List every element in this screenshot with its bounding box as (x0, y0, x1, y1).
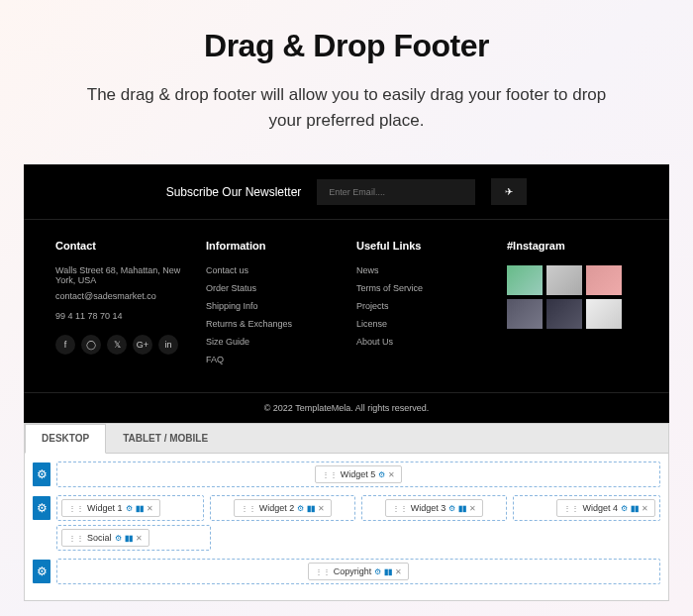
information-list: Contact us Order Status Shipping Info Re… (206, 265, 337, 364)
close-icon[interactable]: ✕ (136, 534, 143, 543)
googleplus-icon[interactable]: G+ (133, 335, 152, 355)
builder-tabs: DESKTOP TABLET / MOBILE (25, 424, 668, 454)
widget-label: Widget 3 (411, 503, 446, 513)
drop-slot[interactable]: ⋮⋮ Widget 5 ⚙ ✕ (56, 462, 660, 487)
info-link[interactable]: Contact us (206, 265, 337, 275)
gear-icon: ⚙ (37, 501, 48, 515)
instagram-heading: #Instagram (507, 240, 638, 252)
builder-row: ⚙ ⋮⋮ Widget 5 ⚙ ✕ (33, 462, 660, 487)
column-icon[interactable]: ▮▮ (458, 504, 466, 513)
newsletter-email-input[interactable] (317, 179, 475, 205)
instagram-thumb[interactable] (586, 299, 622, 329)
row-settings-handle[interactable]: ⚙ (33, 462, 50, 486)
column-icon[interactable]: ▮▮ (136, 504, 144, 513)
useful-link[interactable]: Terms of Service (356, 283, 487, 293)
widget-label: Social (87, 533, 112, 543)
widget-chip[interactable]: ⋮⋮ Widget 3 ⚙ ▮▮ ✕ (385, 499, 484, 517)
widget-label: Widget 5 (341, 469, 376, 479)
page-title: Drag & Drop Footer (0, 28, 693, 64)
page-subtitle: The drag & drop footer will allow you to… (69, 82, 624, 133)
instagram-thumb[interactable] (507, 299, 543, 329)
drag-handle-icon: ⋮⋮ (322, 470, 338, 479)
close-icon[interactable]: ✕ (318, 504, 325, 513)
facebook-icon[interactable]: f (55, 335, 75, 355)
info-link[interactable]: Shipping Info (206, 301, 337, 311)
builder-row: ⚙ ⋮⋮ Widget 1 ⚙ ▮▮ ✕ ⋮⋮ (33, 495, 660, 521)
footer-col-contact: Contact Walls Street 68, Mahattan, New Y… (55, 240, 186, 372)
widget-label: Widget 4 (582, 503, 618, 513)
widget-label: Copyright (334, 566, 372, 576)
newsletter-label: Subscribe Our Newsletter (166, 185, 302, 199)
drop-slot[interactable]: ⋮⋮ Copyright ⚙ ▮▮ ✕ (56, 559, 660, 584)
gear-icon[interactable]: ⚙ (448, 504, 455, 513)
column-icon[interactable]: ▮▮ (384, 567, 392, 576)
widget-chip[interactable]: ⋮⋮ Widget 2 ⚙ ▮▮ ✕ (234, 499, 333, 517)
gear-icon[interactable]: ⚙ (378, 470, 385, 479)
widget-chip[interactable]: ⋮⋮ Copyright ⚙ ▮▮ ✕ (308, 563, 410, 580)
newsletter-submit-button[interactable]: ✈ (491, 178, 527, 205)
close-icon[interactable]: ✕ (147, 504, 153, 513)
send-icon: ✈ (505, 186, 513, 197)
close-icon[interactable]: ✕ (395, 567, 402, 576)
drag-handle-icon: ⋮⋮ (315, 567, 331, 576)
instagram-thumb[interactable] (586, 265, 622, 295)
gear-icon[interactable]: ⚙ (115, 534, 122, 543)
widget-chip[interactable]: ⋮⋮ Social ⚙ ▮▮ ✕ (61, 529, 149, 547)
close-icon[interactable]: ✕ (642, 504, 648, 513)
instagram-thumb[interactable] (546, 265, 582, 295)
twitter-icon[interactable]: 𝕏 (107, 335, 127, 355)
widget-label: Widget 1 (87, 503, 123, 513)
widget-chip[interactable]: ⋮⋮ Widget 5 ⚙ ✕ (315, 465, 403, 483)
close-icon[interactable]: ✕ (469, 504, 476, 513)
useful-link[interactable]: Projects (356, 301, 487, 311)
info-link[interactable]: Returns & Exchanges (206, 319, 337, 329)
widget-chip[interactable]: ⋮⋮ Widget 4 ⚙ ▮▮ ✕ (556, 499, 655, 517)
instagram-icon[interactable]: ◯ (81, 335, 101, 355)
widget-label: Widget 2 (259, 503, 295, 513)
copyright-text: © 2022 TemplateMela. All rights reserved… (24, 392, 669, 423)
contact-email: contact@sadesmarket.co (55, 291, 186, 301)
instagram-thumb[interactable] (546, 299, 582, 329)
newsletter-bar: Subscribe Our Newsletter ✈ (24, 164, 669, 220)
row-settings-handle[interactable]: ⚙ (33, 496, 50, 520)
builder-row: ⚙ ⋮⋮ Copyright ⚙ ▮▮ ✕ (33, 559, 660, 584)
contact-heading: Contact (55, 240, 186, 252)
drag-handle-icon: ⋮⋮ (68, 534, 84, 543)
drag-handle-icon: ⋮⋮ (563, 504, 579, 513)
gear-icon[interactable]: ⚙ (621, 504, 628, 513)
builder-row: ⋮⋮ Social ⚙ ▮▮ ✕ (33, 525, 660, 551)
tab-tablet-mobile[interactable]: TABLET / MOBILE (106, 424, 225, 453)
drag-handle-icon: ⋮⋮ (68, 504, 84, 513)
linkedin-icon[interactable]: in (158, 335, 178, 355)
instagram-grid (507, 265, 638, 329)
drag-handle-icon: ⋮⋮ (392, 504, 408, 513)
info-link[interactable]: Size Guide (206, 337, 337, 347)
tab-desktop[interactable]: DESKTOP (25, 424, 106, 454)
widget-chip[interactable]: ⋮⋮ Widget 1 ⚙ ▮▮ ✕ (61, 499, 160, 517)
useful-link[interactable]: About Us (356, 337, 487, 347)
info-link[interactable]: FAQ (206, 355, 337, 364)
drop-slot[interactable]: ⋮⋮ Social ⚙ ▮▮ ✕ (56, 525, 211, 551)
useful-link[interactable]: News (356, 265, 487, 275)
column-icon[interactable]: ▮▮ (307, 504, 315, 513)
gear-icon[interactable]: ⚙ (126, 504, 133, 513)
row-settings-handle[interactable]: ⚙ (33, 560, 50, 583)
drop-slot[interactable]: ⋮⋮ Widget 2 ⚙ ▮▮ ✕ (210, 495, 355, 521)
information-heading: Information (206, 240, 337, 252)
column-icon[interactable]: ▮▮ (631, 504, 639, 513)
instagram-thumb[interactable] (507, 265, 543, 295)
column-icon[interactable]: ▮▮ (125, 534, 133, 543)
contact-phone: 99 4 11 78 70 14 (55, 311, 186, 321)
builder-rows: ⚙ ⋮⋮ Widget 5 ⚙ ✕ ⚙ (25, 454, 668, 600)
close-icon[interactable]: ✕ (388, 470, 395, 479)
useful-link[interactable]: License (356, 319, 487, 329)
drop-slot[interactable]: ⋮⋮ Widget 1 ⚙ ▮▮ ✕ (56, 495, 204, 521)
info-link[interactable]: Order Status (206, 283, 337, 293)
gear-icon[interactable]: ⚙ (297, 504, 304, 513)
drop-slot[interactable]: ⋮⋮ Widget 4 ⚙ ▮▮ ✕ (513, 495, 660, 521)
useful-heading: Useful Links (356, 240, 487, 252)
drop-slot[interactable]: ⋮⋮ Widget 3 ⚙ ▮▮ ✕ (361, 495, 507, 521)
gear-icon[interactable]: ⚙ (374, 567, 381, 576)
footer-col-information: Information Contact us Order Status Ship… (206, 240, 337, 372)
social-icons: f ◯ 𝕏 G+ in (55, 335, 186, 355)
